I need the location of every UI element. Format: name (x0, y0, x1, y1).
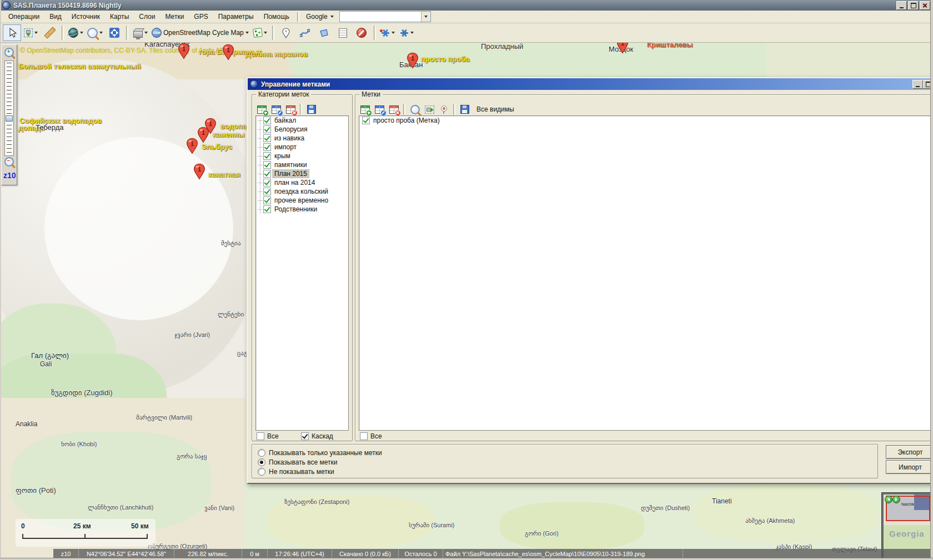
category-row[interactable]: план на 2014 (256, 178, 348, 187)
hide-marks-button[interactable] (353, 24, 371, 41)
fullscreen-button[interactable] (105, 24, 123, 41)
minimap-next-button[interactable] (892, 496, 900, 503)
add-polygon-button[interactable] (315, 24, 333, 41)
zoom-out-button[interactable]: − (4, 157, 14, 167)
category-row[interactable]: байкал (256, 116, 348, 125)
radio-button[interactable] (258, 449, 265, 457)
category-checkbox[interactable] (263, 134, 271, 142)
selection-tool-button[interactable] (22, 24, 40, 41)
add-path-button[interactable] (296, 24, 314, 41)
layers-button[interactable] (251, 24, 269, 41)
menu-item-4[interactable]: Карты (105, 11, 134, 22)
minimize-button[interactable] (896, 1, 907, 10)
search-provider-button[interactable]: Google (302, 11, 338, 22)
marks-select-all[interactable]: Все (360, 432, 382, 440)
cursor-tool-button[interactable] (3, 24, 21, 41)
zoom-slider-handle[interactable] (6, 115, 13, 122)
mark-delete-button[interactable] (387, 103, 400, 116)
menu-item-8[interactable]: Параметры (213, 11, 259, 22)
map-marker[interactable]: 1 (407, 52, 419, 69)
marks-list[interactable]: просто проба (Метка) (359, 115, 931, 431)
cascade-checkbox[interactable] (301, 432, 309, 440)
search-input[interactable] (340, 12, 421, 22)
title-bar[interactable]: SAS.Планета 150419.8696 Nightly (0, 0, 933, 11)
category-row[interactable]: прочее временно (256, 196, 348, 205)
category-checkbox[interactable] (263, 152, 271, 160)
category-edit-button[interactable] (269, 103, 283, 116)
map-marker[interactable]: 1 (222, 44, 234, 60)
category-add-button[interactable] (255, 103, 268, 116)
dialog-title-bar[interactable]: Управление метками (248, 78, 933, 90)
radio-button[interactable] (258, 468, 265, 476)
menu-item-5[interactable]: Слои (134, 11, 160, 22)
zoom-in-button[interactable]: + (4, 48, 14, 57)
select-all-checkbox[interactable] (257, 432, 264, 440)
category-checkbox[interactable] (263, 143, 271, 151)
category-row[interactable]: памятники (256, 160, 348, 169)
categories-list[interactable]: байкалБелорусияиз навикаимпорткрымпамятн… (255, 115, 349, 431)
display-option-2[interactable]: Показывать все метки (258, 458, 337, 466)
zoom-slider[interactable] (4, 60, 14, 156)
categories-export-button[interactable] (305, 103, 318, 116)
export-button[interactable]: Экспорт (886, 445, 933, 459)
category-checkbox[interactable] (263, 205, 271, 213)
category-row[interactable]: Родственники (256, 205, 348, 214)
category-checkbox[interactable] (263, 125, 271, 133)
display-option-1[interactable]: Показывать только указанные метки (258, 449, 382, 457)
category-row[interactable]: Белорусия (256, 125, 348, 134)
category-checkbox[interactable] (263, 196, 271, 204)
ruler-tool-button[interactable] (41, 24, 59, 41)
menu-item-1[interactable]: Операции (3, 11, 44, 22)
mark-zoom-button[interactable] (408, 103, 422, 116)
menu-item-2[interactable]: Вид (44, 11, 67, 22)
map-marker[interactable]: 1 (193, 163, 205, 180)
category-checkbox[interactable] (263, 161, 271, 169)
map-marker[interactable]: 1 (186, 138, 198, 154)
category-delete-button[interactable] (284, 103, 297, 116)
goto-search-button[interactable] (86, 24, 104, 41)
mark-goto-button[interactable] (423, 103, 436, 116)
search-combobox[interactable] (339, 11, 431, 22)
cache-mode-button[interactable] (131, 24, 149, 41)
categories-select-all[interactable]: Все (257, 432, 279, 440)
category-row[interactable]: План 2015 (256, 169, 348, 178)
menu-item-6[interactable]: Метки (160, 11, 189, 22)
mark-navigate-button[interactable] (437, 103, 450, 116)
select-all-checkbox[interactable] (360, 432, 368, 440)
all-visible-button[interactable]: Все видимы (473, 103, 518, 115)
mark-add-button[interactable] (358, 103, 372, 116)
gps-track-button[interactable] (398, 24, 416, 41)
mark-edit-button[interactable] (373, 103, 386, 116)
category-checkbox[interactable] (263, 170, 271, 178)
dialog-minimize-button[interactable] (912, 80, 923, 89)
display-option-3[interactable]: Не показывать метки (258, 468, 334, 476)
placemark-manager-button[interactable] (334, 24, 352, 41)
map-select-button[interactable]: OSM OpenStreetMap Cycle Map (150, 24, 250, 41)
import-button[interactable]: Импорт (886, 460, 933, 474)
map-marker[interactable]: 1 (197, 127, 209, 143)
category-row[interactable]: импорт (256, 143, 348, 152)
search-dropdown-button[interactable] (421, 12, 430, 22)
globe-tool-button[interactable] (67, 24, 85, 41)
category-row[interactable]: из навика (256, 134, 348, 143)
radio-button[interactable] (258, 458, 265, 466)
category-checkbox[interactable] (263, 188, 271, 195)
placemark-manager-dialog[interactable]: Управление метками Категории меток байка… (247, 77, 933, 484)
close-button[interactable] (920, 1, 930, 10)
mark-checkbox[interactable] (362, 117, 370, 124)
category-checkbox[interactable] (263, 117, 271, 124)
mark-row[interactable]: просто проба (Метка) (359, 116, 930, 125)
map-marker[interactable]: 1 (616, 43, 629, 54)
gps-connect-button[interactable] (379, 24, 397, 41)
category-row[interactable]: крым (256, 152, 348, 160)
menu-item-9[interactable]: Помощь (259, 11, 294, 22)
marks-save-button[interactable] (458, 103, 471, 116)
minimap-prev-button[interactable] (885, 496, 892, 503)
add-placemark-button[interactable] (277, 24, 295, 41)
category-row[interactable]: поездка кольский (256, 187, 348, 196)
menu-item-3[interactable]: Источник (67, 11, 105, 22)
category-checkbox[interactable] (263, 179, 271, 186)
maximize-button[interactable] (908, 1, 919, 10)
menu-item-7[interactable]: GPS (189, 11, 213, 22)
map-marker[interactable]: 1 (178, 43, 190, 59)
